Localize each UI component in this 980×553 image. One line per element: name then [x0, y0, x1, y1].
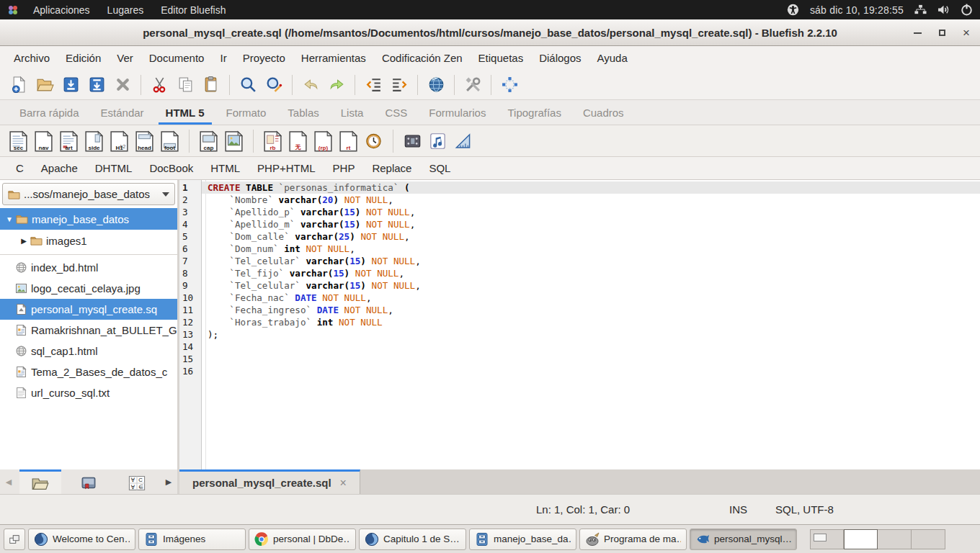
quickbar-tab-css[interactable]: CSS [374, 100, 418, 125]
lang-tab-c[interactable]: C [7, 162, 32, 174]
cut-button[interactable] [146, 72, 172, 98]
workspace-3[interactable] [878, 529, 912, 549]
close-document-button[interactable] [110, 72, 135, 98]
menu-proyecto[interactable]: Proyecto [235, 52, 293, 64]
paste-button[interactable] [198, 72, 224, 98]
network-icon[interactable] [914, 4, 927, 16]
lang-tab-html[interactable]: HTML [202, 162, 249, 174]
menu-ir[interactable]: Ir [212, 52, 234, 64]
nav-button[interactable]: nav [31, 127, 56, 155]
open-file-button[interactable] [32, 72, 58, 98]
video-button[interactable] [400, 127, 425, 155]
taskbar-button[interactable]: manejo_base_da… [469, 529, 576, 550]
figcaption-button[interactable]: cap [196, 127, 221, 155]
document-tab[interactable]: personal_mysql_create.sql× [179, 469, 360, 494]
quickbar-tab-formato[interactable]: Formato [215, 100, 277, 125]
volume-icon[interactable] [937, 4, 950, 16]
menu-ayuda[interactable]: Ayuda [589, 52, 636, 64]
redo-button[interactable] [324, 72, 349, 98]
tree-item-manejo_base_datos[interactable]: ▼manejo_base_datos [0, 208, 177, 230]
footer-button[interactable]: foot [157, 127, 182, 155]
file-item[interactable]: Ramakrishnan_at_BULLET_G [0, 320, 177, 341]
menu-archivo[interactable]: Archivo [6, 52, 58, 64]
new-document-button[interactable] [6, 72, 32, 98]
menu-edici-n[interactable]: Edición [58, 52, 109, 64]
panel-menu-editor-bluefish[interactable]: Editor Bluefish [152, 0, 234, 19]
file-item[interactable]: index_bd.html [0, 257, 177, 278]
menu-herramientas[interactable]: Herramientas [293, 52, 374, 64]
file-item[interactable]: sql_cap1.html [0, 341, 177, 361]
save-button[interactable] [58, 72, 84, 98]
directory-combo[interactable]: ...sos/manejo_base_datos [2, 183, 175, 205]
workspace-4[interactable] [912, 529, 945, 549]
taskbar-button[interactable]: personal | DbDe… [249, 529, 356, 550]
taskbar-button[interactable]: Welcome to Cen… [28, 529, 135, 550]
panel-clock[interactable]: sáb dic 10, 19:28:55 [810, 4, 904, 16]
menu-ver[interactable]: Ver [109, 52, 141, 64]
lang-tab-apache[interactable]: Apache [32, 162, 86, 174]
header-button[interactable]: head [132, 127, 157, 155]
indent-button[interactable] [386, 72, 412, 98]
taskbar-button[interactable]: Imágenes [138, 529, 246, 550]
quickbar-tab-lista[interactable]: Lista [330, 100, 375, 125]
quickbar-tab-formularios[interactable]: Formularios [418, 100, 496, 125]
reference-tab[interactable] [68, 469, 110, 494]
next-pane-icon[interactable]: ▶ [161, 469, 176, 494]
menu-di-logos[interactable]: Diálogos [531, 52, 589, 64]
power-icon[interactable] [961, 4, 973, 16]
maximize-icon[interactable] [939, 30, 945, 36]
tree-item-images1[interactable]: ▶images1 [0, 230, 177, 251]
preview-browser-button[interactable] [423, 72, 449, 98]
show-desktop-button[interactable] [4, 529, 25, 550]
file-item[interactable]: personal_mysql_create.sq [0, 299, 177, 320]
find-replace-button[interactable] [261, 72, 287, 98]
lang-tab-docbook[interactable]: DocBook [141, 162, 202, 174]
menu-documento[interactable]: Documento [141, 52, 213, 64]
audio-button[interactable] [425, 127, 450, 155]
lang-tab-php-html[interactable]: PHP+HTML [249, 162, 324, 174]
charmap-tab[interactable]: ∀C∀∈ [116, 469, 158, 494]
find-button[interactable] [235, 72, 261, 98]
code-area[interactable]: 1CREATE TABLE `personas_informatica` (2 … [179, 180, 980, 469]
prev-pane-icon[interactable]: ◀ [1, 469, 16, 494]
ruby-parenthesis-button[interactable]: (rp) [311, 127, 336, 155]
file-item[interactable]: logo_cecati_celaya.jpg [0, 278, 177, 299]
preferences-button[interactable] [460, 72, 486, 98]
time-button[interactable] [361, 127, 386, 155]
canvas-button[interactable] [450, 127, 476, 155]
ruby-text-button[interactable]: rt [336, 127, 361, 155]
lang-tab-sql[interactable]: SQL [420, 162, 459, 174]
accessibility-icon[interactable] [787, 4, 799, 16]
copy-button[interactable] [172, 72, 198, 98]
taskbar-button[interactable]: Programa de ma… [579, 529, 687, 550]
quickbar-tab-tablas[interactable]: Tablas [277, 100, 329, 125]
expander-icon[interactable]: ▶ [17, 237, 30, 245]
workspace-1[interactable] [810, 529, 844, 549]
taskbar-button[interactable]: personal_mysql… [690, 529, 797, 550]
window-titlebar[interactable]: personal_mysql_create.sql (/home/msantos… [0, 19, 980, 46]
lang-tab-replace[interactable]: Replace [363, 162, 420, 174]
close-icon[interactable]: × [963, 27, 970, 39]
save-as-button[interactable] [84, 72, 110, 98]
unindent-button[interactable] [360, 72, 386, 98]
file-item[interactable]: url_curso_sql.txt [0, 382, 177, 403]
quickbar-tab-tipograf-as[interactable]: Tipografías [496, 100, 571, 125]
panel-menu-lugares[interactable]: Lugares [99, 0, 153, 19]
file-browser-tab[interactable] [19, 469, 61, 494]
scope-button[interactable] [496, 72, 522, 98]
article-button[interactable]: art [56, 127, 81, 155]
quickbar-tab-cuadros[interactable]: Cuadros [572, 100, 635, 125]
file-item[interactable]: Tema_2_Bases_de_datos_c [0, 361, 177, 382]
menu-etiquetas[interactable]: Etiquetas [471, 52, 532, 64]
quickbar-tab-est-ndar[interactable]: Estándar [90, 100, 155, 125]
minimize-icon[interactable] [914, 32, 922, 34]
undo-button[interactable] [298, 72, 324, 98]
quickbar-tab-barra-r-pida[interactable]: Barra rápida [9, 100, 90, 125]
ruby-button[interactable]: rb [260, 127, 285, 155]
menu-codificaci-n-zen[interactable]: Codificación Zen [374, 52, 471, 64]
close-tab-icon[interactable]: × [340, 477, 347, 490]
hgroup-button[interactable]: h2H1 [107, 127, 132, 155]
lang-tab-dhtml[interactable]: DHTML [86, 162, 141, 174]
lang-tab-php[interactable]: PHP [324, 162, 364, 174]
quickbar-tab-html-5[interactable]: HTML 5 [155, 100, 215, 125]
